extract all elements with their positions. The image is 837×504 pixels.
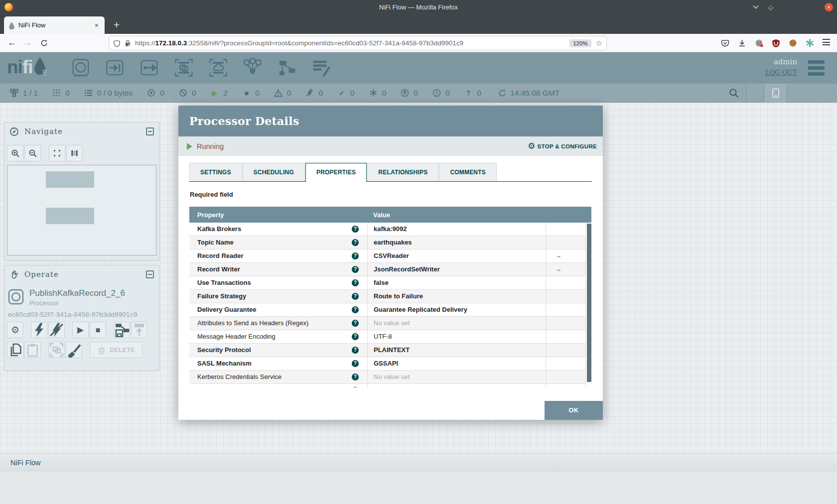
navigate-minimap[interactable] xyxy=(7,165,156,255)
stop-button[interactable]: ■ xyxy=(90,322,106,338)
nifi-drop-icon xyxy=(33,57,48,78)
property-name: Attributes to Send as Headers (Regex) xyxy=(197,317,352,330)
help-icon[interactable]: ? xyxy=(352,279,359,286)
property-value[interactable]: Route to Failure xyxy=(367,290,546,303)
tab-scheduling[interactable]: SCHEDULING xyxy=(243,163,305,181)
global-menu-button[interactable] xyxy=(808,60,825,76)
zoom-actual-size-button[interactable] xyxy=(66,145,83,161)
bookmark-star-icon[interactable]: ☆ xyxy=(596,39,602,48)
disable-button[interactable] xyxy=(48,322,65,338)
help-icon[interactable]: ? xyxy=(352,333,359,340)
tab-relationships[interactable]: RELATIONSHIPS xyxy=(367,163,438,181)
help-icon[interactable]: ? xyxy=(352,360,359,367)
property-value[interactable]: PLAINTEXT xyxy=(367,344,546,357)
upload-template-button[interactable] xyxy=(131,322,147,338)
new-tab-button[interactable]: + xyxy=(110,18,124,32)
refresh-icon[interactable] xyxy=(498,89,506,97)
browser-menu-button[interactable] xyxy=(823,39,830,45)
help-icon[interactable]: ? xyxy=(352,226,359,233)
help-icon[interactable]: ? xyxy=(352,239,359,246)
navigate-collapse-button[interactable] xyxy=(146,127,154,135)
configure-button[interactable]: ⚙ xyxy=(7,322,23,338)
status-stopped-count: 0 xyxy=(255,89,260,98)
change-color-button[interactable] xyxy=(66,342,82,358)
property-value[interactable]: GSSAPI xyxy=(367,357,546,370)
tab-comments[interactable]: COMMENTS xyxy=(439,163,497,181)
scrollbar-thumb[interactable] xyxy=(587,224,591,382)
reload-button[interactable] xyxy=(36,39,52,47)
start-button[interactable]: ▶ xyxy=(72,322,89,338)
delete-button[interactable]: DELETE xyxy=(90,342,142,358)
help-icon[interactable]: ? xyxy=(352,252,359,259)
pocket-icon[interactable] xyxy=(721,39,729,47)
paste-button[interactable] xyxy=(24,342,41,358)
window-maximize-icon[interactable]: ◇ xyxy=(765,3,777,11)
property-value[interactable]: No value set xyxy=(367,371,546,383)
operate-collapse-button[interactable] xyxy=(146,270,154,278)
help-icon[interactable]: ? xyxy=(352,374,359,380)
forward-button[interactable]: → xyxy=(20,38,36,48)
ublock-extension-icon[interactable] xyxy=(772,39,780,47)
help-icon[interactable]: ? xyxy=(352,266,359,273)
window-close-icon[interactable]: × xyxy=(825,3,833,11)
window-minimize-icon[interactable] xyxy=(753,5,765,9)
zoom-fit-button[interactable] xyxy=(49,145,65,161)
property-value[interactable]: No value set xyxy=(367,384,546,387)
processor-tool-icon[interactable] xyxy=(71,57,91,79)
property-value[interactable]: No value set xyxy=(367,317,546,330)
input-port-tool-icon[interactable] xyxy=(105,57,125,79)
help-icon[interactable]: ? xyxy=(352,306,359,313)
tab-settings[interactable]: SETTINGS xyxy=(189,163,242,181)
tab-properties[interactable]: PROPERTIES xyxy=(305,163,367,182)
help-icon[interactable]: ? xyxy=(352,293,359,300)
search-icon[interactable] xyxy=(728,88,739,99)
property-value[interactable]: kafka:9092 xyxy=(367,223,546,236)
tab-close-icon[interactable]: × xyxy=(93,21,100,29)
downloads-icon[interactable] xyxy=(738,39,746,47)
zoom-in-button[interactable] xyxy=(7,145,23,161)
zoom-out-button[interactable] xyxy=(24,145,41,161)
multi-account-extension-icon[interactable] xyxy=(806,39,814,47)
help-icon[interactable]: ? xyxy=(352,320,359,327)
help-icon[interactable]: ? xyxy=(352,347,359,354)
label-tool-icon[interactable] xyxy=(311,57,331,79)
process-group-tool-icon[interactable] xyxy=(174,57,194,79)
account-mask-extension-icon[interactable] xyxy=(755,39,763,47)
go-to-service-arrow-icon[interactable]: → xyxy=(555,265,561,273)
stop-and-configure-button[interactable]: ⚙ STOP & CONFIGURE xyxy=(528,141,597,151)
property-value[interactable]: CSVReader xyxy=(367,250,546,262)
window-titlebar[interactable]: NiFi Flow — Mozilla Firefox ◇ × xyxy=(0,0,837,14)
remote-process-group-tool-icon[interactable] xyxy=(208,57,228,79)
property-value[interactable]: earthquakes xyxy=(367,236,546,249)
property-value[interactable]: UTF-8 xyxy=(367,330,546,343)
url-bar[interactable]: https://172.18.0.3:32558/nifi/?processGr… xyxy=(109,36,607,50)
lock-icon[interactable] xyxy=(124,39,132,47)
queued-icon xyxy=(84,89,93,97)
shield-icon[interactable] xyxy=(113,39,121,47)
property-cell: Topic Name? xyxy=(189,236,367,249)
property-value[interactable]: JsonRecordSetWriter xyxy=(367,263,546,276)
create-template-button[interactable] xyxy=(114,322,130,338)
page-zoom-badge[interactable]: 120% xyxy=(569,39,591,47)
template-tool-icon[interactable] xyxy=(277,57,297,79)
copy-button[interactable] xyxy=(7,342,23,358)
cookie-extension-icon[interactable] xyxy=(789,39,797,47)
status-disabled-count: 0 xyxy=(318,89,323,98)
logout-link[interactable]: LOG OUT xyxy=(765,69,797,76)
dialog-title: Processor Details xyxy=(189,115,299,127)
group-button[interactable] xyxy=(48,342,65,358)
url-text[interactable]: https://172.18.0.3:32558/nifi/?processGr… xyxy=(135,39,569,47)
enable-button[interactable] xyxy=(31,322,47,338)
help-icon[interactable]: ? xyxy=(352,387,359,387)
breadcrumb[interactable]: NiFi Flow xyxy=(10,459,40,467)
funnel-tool-icon[interactable] xyxy=(243,57,263,79)
ok-button[interactable]: OK xyxy=(545,401,603,420)
table-scrollbar[interactable] xyxy=(585,223,591,387)
output-port-tool-icon[interactable] xyxy=(140,57,159,79)
property-value[interactable]: false xyxy=(367,276,546,289)
back-button[interactable]: ← xyxy=(4,38,20,48)
property-value[interactable]: Guarantee Replicated Delivery xyxy=(367,303,546,316)
bulletin-board-toggle[interactable] xyxy=(764,84,787,103)
browser-tab[interactable]: NiFi Flow × xyxy=(4,16,105,34)
go-to-service-arrow-icon[interactable]: → xyxy=(555,252,561,259)
